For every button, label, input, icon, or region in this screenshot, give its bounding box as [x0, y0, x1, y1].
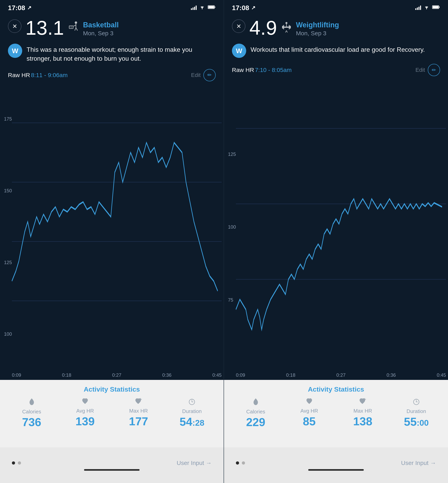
workout-title-col-right: Weightlifting Mon, Sep 3	[296, 21, 339, 37]
y-label-75-right: 75	[228, 297, 236, 303]
svg-line-6	[73, 25, 76, 26]
svg-point-30	[285, 22, 288, 24]
home-indicator-left	[84, 469, 140, 471]
dot2-right[interactable]	[242, 461, 245, 465]
x-label-0:18-right: 0:18	[286, 372, 295, 378]
avg-hr-value-right: 85	[303, 416, 316, 427]
location-icon-left: ↗	[27, 5, 32, 11]
x-label-0:18-left: 0:18	[62, 372, 71, 378]
y-label-125: 125	[4, 260, 12, 265]
avg-hr-value-left: 139	[76, 416, 95, 427]
dot1-right[interactable]	[236, 461, 239, 465]
svg-rect-24	[439, 7, 440, 8]
pencil-icon-left: ✏	[207, 72, 212, 78]
bar3	[194, 7, 195, 10]
bottom-bar-right: User Input →	[224, 447, 448, 483]
chart-area-right: 125 100 75 0:09 0:18 0:27 0:36 0:45	[224, 78, 448, 380]
stat-duration-left: Duration 54:28	[166, 398, 218, 428]
bar1r	[415, 8, 416, 10]
svg-point-4	[75, 21, 77, 24]
workout-header-right: ✕ 4.9	[224, 14, 448, 42]
svg-rect-2	[208, 6, 214, 8]
calories-value-right: 229	[246, 416, 265, 428]
workout-info-left: 13.1 Basket	[25, 18, 119, 38]
svg-line-33	[287, 31, 288, 32]
bottom-row-left: User Input →	[0, 460, 224, 466]
stats-section-left: Activity Statistics Calories 736 Avg HR …	[0, 380, 224, 447]
edit-label-right: Edit	[416, 67, 425, 73]
close-button-right[interactable]: ✕	[232, 19, 245, 33]
workout-info-right: 4.9 Weightl	[249, 18, 339, 38]
time-left: 17:08	[8, 4, 25, 12]
message-text-right: Workouts that limit cardiovascular load …	[251, 44, 425, 54]
raw-hr-info-left: Raw HR 8:11 - 9:06am	[8, 72, 68, 79]
chart-x-labels-left: 0:09 0:18 0:27 0:36 0:45	[12, 372, 222, 378]
battery-icon-left	[208, 5, 216, 10]
bar4	[196, 6, 197, 10]
raw-hr-time-right: 7:10 - 8:05am	[255, 67, 292, 73]
x-label-0:45-right: 0:45	[437, 372, 446, 378]
duration-value-right: 55:00	[404, 416, 429, 427]
edit-label-left: Edit	[191, 72, 201, 78]
edit-button-right[interactable]: ✏	[428, 64, 440, 76]
dot1-left[interactable]	[12, 461, 15, 465]
svg-line-32	[285, 31, 287, 32]
svg-rect-26	[283, 25, 284, 29]
battery-icon-right	[432, 5, 440, 10]
stat-calories-right: Calories 229	[230, 398, 281, 428]
raw-hr-label-left: Raw HR	[8, 72, 30, 78]
bar3r	[418, 7, 419, 10]
max-hr-label-right: Max HR	[353, 408, 372, 414]
calories-value-left: 736	[22, 416, 41, 428]
stat-avg-hr-right: Avg HR 85	[283, 398, 335, 428]
y-label-175: 175	[4, 116, 12, 122]
duration-icon-right	[413, 398, 420, 407]
raw-hr-time-left: 8:11 - 9:06am	[31, 72, 68, 78]
chart-y-labels-right: 125 100 75	[228, 84, 236, 370]
bar4r	[420, 6, 421, 10]
x-label-0:27-left: 0:27	[112, 372, 121, 378]
chart-y-labels-left: 175 150 125 100	[4, 83, 12, 370]
user-input-link-right[interactable]: User Input →	[401, 460, 436, 466]
wifi-icon-left	[200, 5, 205, 10]
y-label-100: 100	[4, 331, 12, 337]
calories-icon-right	[252, 398, 259, 407]
duration-label-right: Duration	[407, 408, 426, 414]
max-hr-value-left: 177	[129, 416, 148, 427]
close-button-left[interactable]: ✕	[8, 19, 21, 33]
workout-name-right: Weightlifting	[296, 21, 339, 29]
home-indicator-right	[308, 469, 364, 471]
workout-date-left: Mon, Sep 3	[83, 30, 119, 37]
edit-section-right: Edit ✏	[416, 64, 440, 76]
stat-duration-right: Duration 55:00	[391, 398, 442, 428]
duration-value-left: 54:28	[180, 416, 204, 427]
user-input-link-left[interactable]: User Input →	[177, 460, 212, 466]
raw-hr-section-left: Raw HR 8:11 - 9:06am Edit ✏	[0, 67, 224, 83]
calories-label-left: Calories	[22, 409, 41, 415]
raw-hr-label-right: Raw HR	[232, 67, 254, 73]
workout-header-left: ✕ 13.1	[0, 14, 224, 42]
message-section-left: W This was a reasonable workout; enough …	[0, 42, 224, 67]
status-time-right: 17:08 ↗	[232, 4, 256, 12]
chart-x-labels-right: 0:09 0:18 0:27 0:36 0:45	[236, 372, 446, 378]
stat-max-hr-left: Max HR 177	[113, 398, 164, 428]
dot2-left[interactable]	[18, 461, 21, 465]
stat-calories-left: Calories 736	[6, 398, 57, 428]
stats-title-left: Activity Statistics	[4, 386, 220, 393]
raw-hr-info-right: Raw HR 7:10 - 8:05am	[232, 67, 292, 73]
max-hr-value-right: 138	[353, 416, 372, 427]
strain-number-left: 13.1	[25, 18, 64, 38]
activity-icon-right	[280, 21, 292, 35]
wifi-icon-right	[424, 5, 429, 10]
edit-button-left[interactable]: ✏	[203, 69, 216, 81]
edit-section-left: Edit ✏	[191, 69, 216, 81]
y-label-100-right: 100	[228, 224, 236, 230]
location-icon-right: ↗	[251, 5, 256, 11]
chart-area-left: 175 150 125 100 0:09 0:18 0:27 0:36 0:45	[0, 83, 224, 380]
bottom-row-right: User Input →	[224, 460, 448, 466]
max-hr-icon-left	[135, 398, 143, 406]
pagination-right	[236, 461, 245, 465]
chart-svg-right	[224, 78, 448, 380]
bottom-bar-left: User Input →	[0, 447, 224, 483]
pencil-icon-right: ✏	[432, 67, 436, 73]
